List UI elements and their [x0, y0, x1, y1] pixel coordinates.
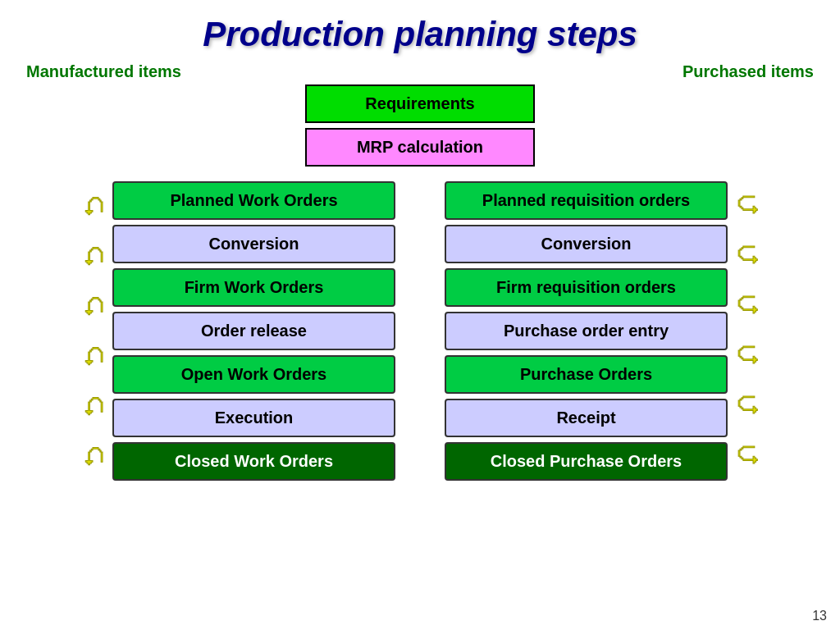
left-side-label: Manufactured items	[26, 62, 181, 81]
top-section: Manufactured items Purchased items Requi…	[0, 62, 840, 175]
right-step-4: Purchase Orders	[445, 355, 728, 394]
left-step-4: Open Work Orders	[112, 355, 395, 394]
left-column: Planned Work OrdersConversionFirm Work O…	[112, 181, 395, 481]
arrow-5: ⮏	[81, 395, 104, 418]
rarrow-4: ⮎	[736, 345, 759, 368]
right-step-6: Closed Purchase Orders	[445, 442, 728, 481]
arrow-1: ⮏	[81, 194, 104, 217]
left-step-2: Firm Work Orders	[112, 268, 395, 307]
rarrow-3: ⮎	[736, 294, 759, 317]
left-step-0: Planned Work Orders	[112, 181, 395, 220]
arrow-6: ⮏	[81, 445, 104, 468]
rarrow-5: ⮎	[736, 395, 759, 418]
left-step-3: Order release	[112, 312, 395, 350]
left-step-1: Conversion	[112, 225, 395, 263]
rarrow-6: ⮎	[736, 445, 759, 468]
arrow-3: ⮏	[81, 294, 104, 317]
arrow-4: ⮏	[81, 345, 104, 368]
right-column: Planned requisition ordersConversionFirm…	[445, 181, 728, 481]
rarrow-2: ⮎	[736, 244, 759, 267]
right-step-5: Receipt	[445, 399, 728, 437]
left-step-5: Execution	[112, 399, 395, 437]
mrp-box: MRP calculation	[305, 128, 535, 167]
main-content: Manufactured items Purchased items Requi…	[0, 62, 840, 481]
right-step-0: Planned requisition orders	[445, 181, 728, 220]
right-side-label: Purchased items	[682, 62, 814, 81]
right-column-with-arrows: Planned requisition ordersConversionFirm…	[445, 181, 764, 481]
side-labels-row: Manufactured items Purchased items	[26, 62, 814, 81]
left-column-with-arrows: ⮏ ⮏ ⮏ ⮏ ⮏ ⮏ Planned Work OrdersConversio…	[76, 181, 395, 481]
columns-area: ⮏ ⮏ ⮏ ⮏ ⮏ ⮏ Planned Work OrdersConversio…	[76, 181, 764, 481]
requirements-box: Requirements	[305, 84, 535, 123]
left-step-6: Closed Work Orders	[112, 442, 395, 481]
slide-number: 13	[812, 609, 827, 623]
left-arrows-left: ⮏ ⮏ ⮏ ⮏ ⮏ ⮏	[76, 181, 109, 481]
right-step-1: Conversion	[445, 225, 728, 263]
right-step-3: Purchase order entry	[445, 312, 728, 350]
rarrow-1: ⮎	[736, 194, 759, 217]
right-step-2: Firm requisition orders	[445, 268, 728, 307]
page-title: Production planning steps	[0, 0, 840, 54]
right-arrows-right: ⮎ ⮎ ⮎ ⮎ ⮎ ⮎	[731, 181, 764, 481]
arrow-2: ⮏	[81, 244, 104, 267]
